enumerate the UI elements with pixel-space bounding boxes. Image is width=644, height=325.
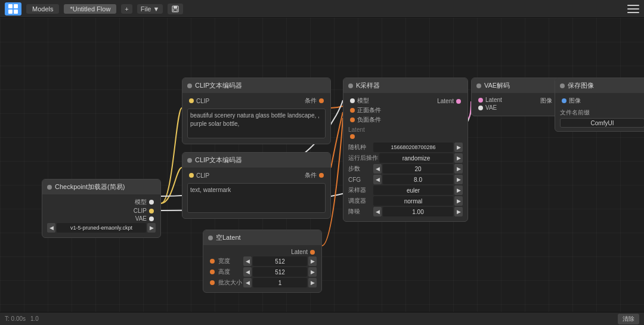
clip1-dot	[187, 83, 192, 88]
checkpoint-vae-output: VAE	[47, 215, 156, 222]
ksampler-sampler-value: euler	[373, 185, 453, 195]
ksampler-pos-conn	[350, 108, 355, 113]
model-connector	[149, 200, 154, 205]
saveimg-header: 保存图像	[555, 78, 644, 93]
latent-width-prev[interactable]: ◀	[243, 256, 252, 266]
ksampler-seed-row: 随机种 156680208700286 ▶	[348, 143, 463, 152]
latent-output: Latent	[208, 249, 317, 255]
ksampler-model-input: 模型	[348, 97, 381, 105]
tab-models[interactable]: Models	[26, 4, 59, 14]
ksampler-denoise-row: 降噪 ◀ 1.00 ▶	[348, 207, 463, 216]
clip1-input-connector	[189, 98, 194, 103]
clear-button[interactable]: 清除	[618, 314, 639, 324]
clip1-header: CLIP文本编码器	[182, 78, 330, 93]
clip-connector	[149, 209, 154, 213]
latent-width-next[interactable]: ▶	[308, 256, 317, 266]
hamburger-menu-icon[interactable]	[627, 5, 639, 13]
ksampler-scheduler-value: normal	[373, 196, 453, 206]
ksampler-steps-value: 20	[383, 164, 453, 174]
clip2-input: CLIP	[187, 172, 209, 179]
checkpoint-param-row: ◀ v1-5-pruned-emaonly.ckpt ▶	[47, 223, 156, 233]
version-label: 1.0	[30, 315, 39, 322]
svg-rect-2	[8, 10, 13, 14]
latent-height-value: 512	[253, 267, 307, 277]
checkpoint-value: v1-5-pruned-emaonly.ckpt	[57, 223, 146, 233]
vae-dot	[476, 83, 481, 88]
ksampler-run-row: 运行后操作 randomize ▶	[348, 153, 463, 163]
clip2-text[interactable]: text, watermark	[187, 183, 326, 213]
ksampler-neg-input: 负面条件	[348, 116, 381, 124]
file-menu-button[interactable]: File ▼	[137, 4, 163, 14]
topbar: Models *Untitled Flow + File ▼	[0, 0, 644, 18]
canvas[interactable]: Checkpoint加载器(简易) 模型 CLIP VAE ◀ v1-5-pru…	[0, 18, 644, 312]
latent-batch-row: 批次大小 ◀ 1 ▶	[208, 278, 317, 287]
checkpoint-clip-output: CLIP	[47, 208, 156, 214]
fps-label: T: 0.00s	[5, 315, 26, 322]
bottombar-right: 清除	[618, 314, 639, 324]
ksampler-cfg-next[interactable]: ▶	[454, 175, 463, 184]
ksampler-scheduler-next[interactable]: ▶	[454, 196, 463, 206]
vae-vae-conn	[478, 106, 483, 110]
latent-width-row: 宽度 ◀ 512 ▶	[208, 256, 317, 266]
latent-height-row: 高度 ◀ 512 ▶	[208, 267, 317, 277]
ksampler-neg-conn	[350, 117, 355, 122]
latent-height-prev[interactable]: ◀	[243, 267, 252, 277]
ksampler-steps-next[interactable]: ▶	[454, 164, 463, 174]
latent-node: 空Latent Latent 宽度 ◀ 512 ▶ 高度 ◀ 512 ▶	[203, 230, 322, 293]
ksampler-model-conn	[350, 98, 355, 103]
ksampler-latent-input	[348, 134, 381, 139]
tab-flow[interactable]: *Untitled Flow	[64, 4, 116, 14]
add-flow-button[interactable]: +	[121, 4, 132, 14]
ksampler-denoise-next[interactable]: ▶	[454, 207, 463, 216]
ksampler-sampler-row: 采样器 euler ▶	[348, 185, 463, 195]
saveimg-node: 保存图像 图像 文件名前缀 ComfyUI	[555, 78, 644, 132]
ksampler-sampler-next[interactable]: ▶	[454, 185, 463, 195]
ksampler-cfg-prev[interactable]: ◀	[373, 175, 382, 184]
latent-batch-next[interactable]: ▶	[308, 278, 317, 287]
checkpoint-prev-btn[interactable]: ◀	[47, 223, 55, 233]
checkpoint-model-output: 模型	[47, 198, 156, 206]
ksampler-scheduler-row: 调度器 normal ▶	[348, 196, 463, 206]
clip2-header: CLIP文本编码器	[182, 153, 330, 168]
latent-batch-input-dot	[210, 280, 215, 285]
saveimg-prefix-value[interactable]: ComfyUI	[560, 118, 644, 128]
ksampler-denoise-prev[interactable]: ◀	[373, 207, 382, 216]
ksampler-denoise-value: 1.00	[383, 207, 453, 216]
ksampler-steps-prev[interactable]: ◀	[373, 164, 382, 174]
latent-height-input-dot	[210, 270, 215, 274]
bottombar: T: 0.00s 1.0 清除	[0, 312, 644, 325]
saveimg-image-conn	[562, 98, 566, 103]
svg-rect-5	[174, 6, 177, 8]
saveimg-prefix-label: 文件名前缀	[560, 109, 644, 117]
checkpoint-dot	[47, 185, 52, 190]
latent-height-next[interactable]: ▶	[308, 267, 317, 277]
ksampler-seed-next[interactable]: ▶	[454, 143, 463, 152]
vae-node: VAE解码 Latent VAE 图像	[471, 78, 566, 116]
checkpoint-next-btn[interactable]: ▶	[147, 223, 156, 233]
ksampler-seed-value: 156680208700286	[373, 143, 453, 152]
clip2-node: CLIP文本编码器 CLIP 条件 text, watermark	[182, 152, 331, 219]
clip1-text[interactable]: beautiful scenery natura glass bottle la…	[187, 109, 326, 138]
svg-rect-3	[14, 10, 18, 14]
ksampler-steps-row: 步数 ◀ 20 ▶	[348, 164, 463, 174]
ksampler-latent-label: Latent	[348, 126, 381, 133]
vae-latent-conn	[478, 98, 483, 103]
save-button[interactable]	[168, 4, 183, 14]
latent-width-input-dot	[210, 259, 215, 264]
latent-header: 空Latent	[203, 230, 321, 245]
latent-batch-prev[interactable]: ◀	[243, 278, 252, 287]
vae-vae-input: VAE	[476, 104, 502, 111]
vae-latent-input: Latent	[476, 97, 502, 103]
svg-rect-1	[14, 4, 18, 8]
ksampler-run-next[interactable]: ▶	[454, 153, 463, 163]
ksampler-node: K采样器 模型 正面条件 负面条件	[343, 78, 468, 222]
clip2-output: 条件	[305, 171, 326, 179]
clip1-output-connector	[319, 98, 324, 103]
clip2-output-connector	[319, 173, 324, 178]
saveimg-dot	[560, 83, 565, 88]
ksampler-pos-input: 正面条件	[348, 106, 381, 114]
vae-connector	[149, 216, 154, 221]
clip1-node: CLIP文本编码器 CLIP 条件 beautiful scenery natu…	[182, 78, 331, 144]
ksampler-dot	[348, 83, 353, 88]
ksampler-latent-output: Latent	[437, 98, 463, 104]
